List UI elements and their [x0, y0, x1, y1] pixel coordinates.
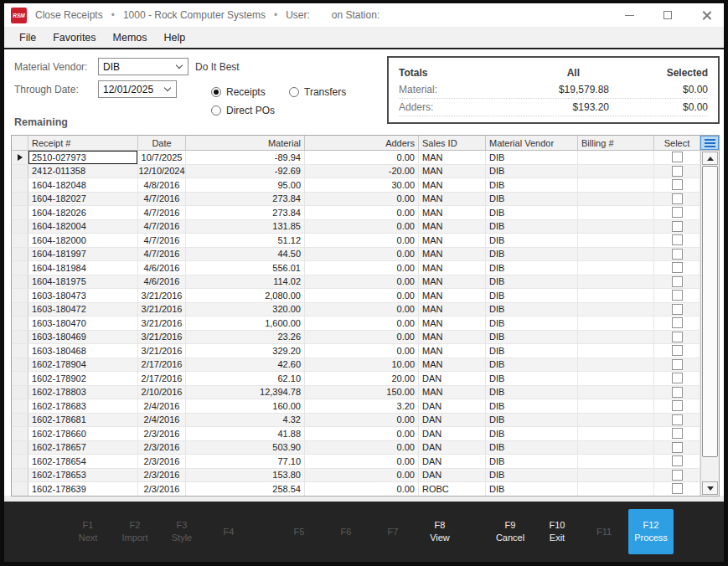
material-cell: 41.88 — [186, 427, 305, 440]
grid-header-sales-id[interactable]: Sales ID — [419, 136, 486, 150]
select-checkbox[interactable] — [672, 304, 683, 315]
close-button[interactable] — [700, 9, 712, 21]
grid-menu-button[interactable] — [700, 136, 719, 150]
fkey-f10-exit[interactable]: F10Exit — [534, 519, 581, 544]
table-row[interactable]: 1604-182004 4/7/2016 131.85 0.00 MAN DIB — [12, 220, 700, 234]
transfers-radio[interactable]: Transfers — [289, 86, 346, 98]
maximize-button[interactable] — [662, 9, 674, 21]
adders-cell: 0.00 — [305, 289, 419, 302]
row-indicator — [12, 289, 28, 302]
select-checkbox[interactable] — [672, 276, 683, 287]
table-row[interactable]: 1602-178683 2/4/2016 160.00 3.20 DAN DIB — [12, 399, 700, 414]
date-cell: 2/3/2016 — [138, 469, 186, 482]
table-row[interactable]: 1604-182027 4/7/2016 273.84 0.00 MAN DIB — [12, 193, 700, 207]
table-row[interactable]: 1603-180473 3/21/2016 2,080.00 0.00 MAN … — [12, 289, 700, 303]
sales-id-cell: MAN — [419, 261, 486, 275]
select-checkbox[interactable] — [672, 414, 683, 425]
material-vendor-select[interactable]: DIB — [98, 58, 188, 75]
select-checkbox[interactable] — [672, 207, 683, 218]
table-row[interactable]: 1604-181997 4/7/2016 44.50 0.00 MAN DIB — [12, 248, 700, 262]
menu-item-help[interactable]: Help — [156, 32, 194, 44]
select-checkbox[interactable] — [672, 317, 683, 328]
table-row[interactable]: 1604-182048 4/8/2016 95.00 30.00 MAN DIB — [12, 178, 700, 193]
table-row[interactable]: 1602-178681 2/4/2016 4.32 0.00 DAN DIB — [12, 414, 700, 428]
table-row[interactable]: 1602-178660 2/3/2016 41.88 0.00 DAN DIB — [12, 427, 700, 441]
scrollbar-thumb[interactable] — [702, 166, 718, 457]
adders-cell: 0.00 — [305, 331, 419, 344]
fkey-f9-cancel[interactable]: F9Cancel — [487, 519, 534, 544]
menu-item-memos[interactable]: Memos — [105, 32, 156, 44]
select-checkbox[interactable] — [672, 455, 683, 466]
select-checkbox[interactable] — [672, 483, 683, 494]
select-checkbox[interactable] — [672, 345, 683, 356]
grid-header-receipt[interactable]: Receipt # — [28, 136, 138, 150]
receipts-radio[interactable]: Receipts — [211, 86, 266, 98]
table-row[interactable]: 1602-178653 2/3/2016 153.80 0.00 DAN DIB — [12, 469, 700, 483]
minimize-button[interactable] — [623, 9, 635, 21]
sales-id-cell: MAN — [419, 206, 486, 219]
table-row[interactable]: 1602-178654 2/3/2016 77.10 0.00 DAN DIB — [12, 455, 700, 469]
process-button[interactable]: F12Process — [628, 509, 674, 554]
select-checkbox[interactable] — [672, 193, 683, 204]
through-date-select[interactable]: 12/01/2025 — [98, 80, 177, 98]
select-checkbox[interactable] — [672, 387, 683, 398]
select-checkbox[interactable] — [672, 428, 683, 439]
sales-id-cell: MAN — [419, 220, 486, 234]
fkey-f12-process[interactable]: F12Process — [627, 509, 674, 554]
table-row[interactable]: 1604-182000 4/7/2016 51.12 0.00 MAN DIB — [12, 234, 700, 248]
sales-id-cell: ROBC — [419, 482, 486, 496]
grid-header-material-vendor[interactable]: Material Vendor — [486, 136, 578, 150]
table-row[interactable]: 2510-027973 10/7/2025 -89.94 0.00 MAN DI… — [12, 151, 700, 165]
scroll-down-button[interactable] — [702, 481, 718, 495]
maximize-icon — [663, 11, 672, 19]
table-row[interactable]: 1604-181984 4/6/2016 556.01 0.00 MAN DIB — [12, 261, 700, 275]
select-checkbox[interactable] — [672, 373, 683, 383]
grid-header-adders[interactable]: Adders — [305, 136, 419, 150]
table-row[interactable]: 1602-178657 2/3/2016 503.90 0.00 DAN DIB — [12, 441, 700, 455]
select-checkbox[interactable] — [672, 249, 683, 260]
select-checkbox[interactable] — [672, 442, 683, 453]
select-checkbox[interactable] — [672, 332, 683, 342]
select-checkbox[interactable] — [672, 166, 683, 177]
fkey-f8-view[interactable]: F8View — [416, 519, 463, 544]
select-cell — [654, 275, 700, 289]
select-cell — [654, 289, 700, 302]
grid-header-billing[interactable]: Billing # — [578, 136, 654, 150]
table-row[interactable]: 1603-180469 3/21/2016 23.26 0.00 MAN DIB — [12, 331, 700, 345]
select-checkbox[interactable] — [672, 234, 683, 245]
select-checkbox[interactable] — [672, 359, 683, 370]
transfers-radio-label: Transfers — [304, 86, 346, 98]
direct-pos-radio-label: Direct POs — [226, 105, 275, 116]
direct-pos-radio[interactable]: Direct POs — [211, 105, 275, 116]
select-checkbox[interactable] — [672, 221, 683, 232]
menu-item-file[interactable]: File — [11, 32, 44, 44]
scroll-up-button[interactable] — [702, 152, 718, 165]
grid-header-material[interactable]: Material — [186, 136, 305, 150]
table-row[interactable]: 1603-180472 3/21/2016 320.00 0.00 MAN DI… — [12, 303, 700, 317]
select-checkbox[interactable] — [672, 400, 683, 411]
table-row[interactable]: 1602-178803 2/10/2016 12,394.78 150.00 M… — [12, 386, 700, 400]
material-cell: 42.60 — [186, 358, 305, 372]
material-cell: 320.00 — [186, 303, 305, 316]
table-row[interactable]: 1602-178904 2/17/2016 42.60 10.00 MAN DI… — [12, 358, 700, 373]
select-checkbox[interactable] — [672, 470, 683, 481]
vertical-scrollbar[interactable] — [700, 151, 719, 496]
grid-header-select[interactable]: Select — [654, 136, 700, 150]
table-row[interactable]: 1603-180468 3/21/2016 329.20 0.00 MAN DI… — [12, 344, 700, 358]
select-checkbox[interactable] — [672, 179, 683, 190]
select-checkbox[interactable] — [672, 152, 683, 162]
select-checkbox[interactable] — [672, 262, 683, 273]
table-row[interactable]: 1602-178902 2/17/2016 62.10 20.00 DAN DI… — [12, 372, 700, 386]
table-row[interactable]: 2412-011358 12/10/2024 -92.69 -20.00 MAN… — [12, 165, 700, 179]
select-cell — [654, 151, 700, 164]
table-row[interactable]: 1602-178639 2/3/2016 258.54 0.00 ROBC DI… — [12, 482, 700, 496]
fkey-f5: F5 — [276, 526, 323, 538]
table-row[interactable]: 1603-180470 3/21/2016 1,600.00 0.00 MAN … — [12, 316, 700, 331]
grid-header-date[interactable]: Date — [138, 136, 186, 150]
table-row[interactable]: 1604-182026 4/7/2016 273.84 0.00 MAN DIB — [12, 206, 700, 220]
select-checkbox[interactable] — [672, 290, 683, 301]
receipts-radio-label: Receipts — [226, 86, 266, 98]
menu-item-favorites[interactable]: Favorites — [44, 32, 104, 44]
receipt-cell: 1602-178683 — [28, 399, 138, 413]
table-row[interactable]: 1604-181975 4/6/2016 114.02 0.00 MAN DIB — [12, 275, 700, 290]
